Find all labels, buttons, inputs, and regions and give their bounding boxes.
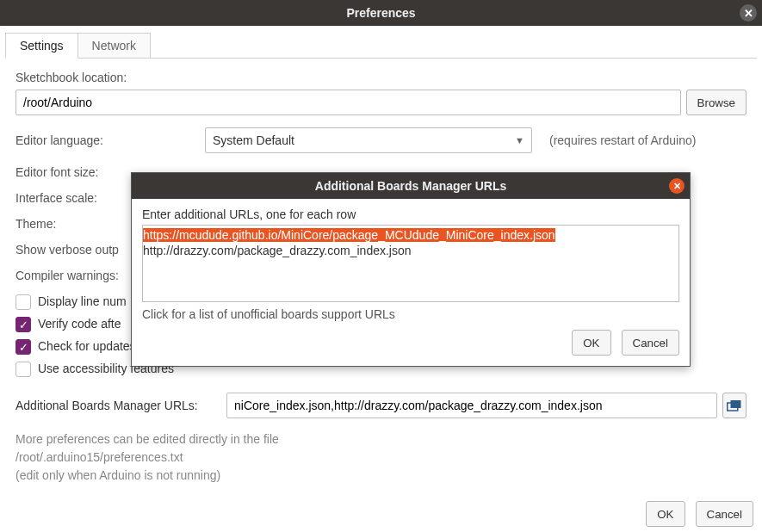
browse-button[interactable]: Browse: [686, 90, 747, 115]
display-line-label: Display line num: [38, 294, 127, 310]
abm-input[interactable]: [226, 393, 717, 418]
dialog-title: Additional Boards Manager URLs: [315, 179, 506, 193]
urls-textarea[interactable]: https://mcudude.github.io/MiniCore/packa…: [142, 225, 679, 302]
abm-dialog: Additional Boards Manager URLs ✕ Enter a…: [131, 172, 691, 367]
main-ok-button[interactable]: OK: [646, 501, 685, 527]
sketchbook-path-input[interactable]: [15, 90, 681, 115]
url-line-2: http://drazzy.com/package_drazzy.com_ind…: [143, 244, 412, 257]
tab-network[interactable]: Network: [77, 33, 151, 59]
window-close-icon[interactable]: ✕: [740, 4, 757, 22]
language-select[interactable]: System Default ▼: [205, 127, 532, 153]
dialog-ok-button[interactable]: OK: [572, 330, 610, 356]
tabs: Settings Network: [5, 33, 762, 59]
note-line3: (edit only when Arduino is not running): [15, 467, 747, 485]
window-title: Preferences: [346, 6, 415, 20]
main-cancel-button[interactable]: Cancel: [696, 501, 754, 527]
abm-label: Additional Boards Manager URLs:: [15, 399, 226, 412]
sketchbook-label: Sketchbook location:: [15, 71, 747, 84]
window-stack-icon: [727, 399, 742, 411]
chevron-down-icon: ▼: [515, 135, 524, 145]
a11y-checkbox[interactable]: [15, 362, 31, 377]
tab-settings[interactable]: Settings: [5, 33, 78, 59]
footer-note: More preferences can be edited directly …: [15, 430, 747, 485]
unofficial-boards-link[interactable]: Click for a list of unofficial boards su…: [142, 307, 679, 321]
note-line1: More preferences can be edited directly …: [15, 430, 747, 448]
dialog-close-icon[interactable]: ✕: [669, 178, 685, 194]
window-titlebar: Preferences ✕: [0, 0, 762, 26]
dialog-titlebar: Additional Boards Manager URLs ✕: [132, 173, 690, 199]
dialog-cancel-button[interactable]: Cancel: [622, 330, 680, 356]
verify-checkbox[interactable]: ✓: [15, 317, 31, 332]
display-line-checkbox[interactable]: [15, 294, 31, 310]
language-hint: (requires restart of Arduino): [549, 133, 696, 147]
abm-expand-button[interactable]: [722, 393, 747, 418]
verify-label: Verify code afte: [38, 317, 121, 332]
updates-checkbox[interactable]: ✓: [15, 339, 31, 355]
language-label: Editor language:: [15, 133, 205, 147]
language-value: System Default: [213, 133, 294, 147]
note-line2: /root/.arduino15/preferences.txt: [15, 448, 747, 467]
svg-rect-1: [731, 400, 741, 408]
dialog-prompt: Enter additional URLs, one for each row: [142, 207, 679, 221]
url-line-1: https://mcudude.github.io/MiniCore/packa…: [143, 228, 555, 242]
